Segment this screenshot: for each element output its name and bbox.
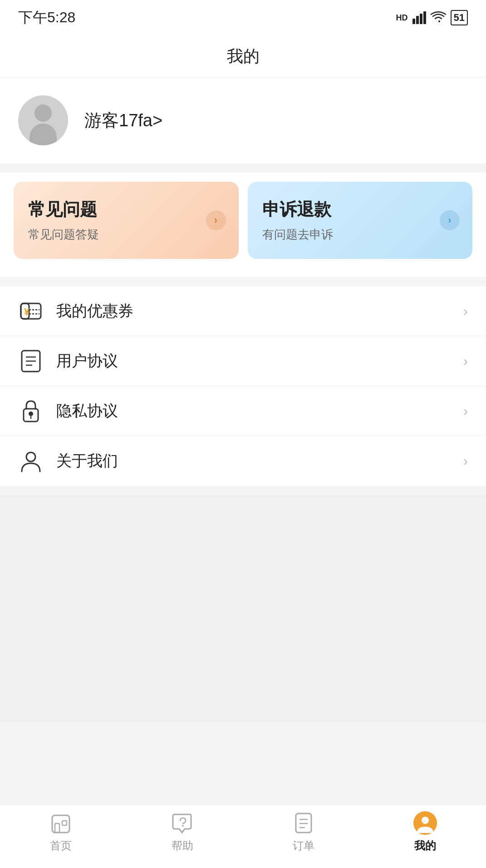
hd-indicator: HD	[396, 13, 408, 23]
wifi-icon	[431, 11, 446, 24]
privacy-icon	[18, 398, 44, 424]
menu-item-about[interactable]: 关于我们 ›	[0, 436, 486, 486]
nav-item-mine[interactable]: 我的	[364, 811, 486, 853]
svg-rect-19	[62, 821, 67, 825]
status-time: 下午5:28	[18, 8, 75, 28]
battery-icon: 51	[451, 10, 468, 25]
coupon-label: 我的优惠券	[56, 301, 463, 322]
profile-section: 游客17fa>	[0, 77, 486, 164]
username[interactable]: 游客17fa>	[84, 109, 162, 132]
faq-card[interactable]: 常见问题 常见问题答疑 ›	[14, 182, 239, 259]
coupon-icon: ¥	[18, 298, 44, 324]
home-nav-label: 首页	[50, 838, 72, 853]
menu-item-agreement[interactable]: 用户协议 ›	[0, 336, 486, 386]
svg-point-16	[26, 452, 35, 461]
orders-nav-label: 订单	[293, 838, 314, 853]
help-nav-icon	[171, 811, 194, 835]
mine-nav-icon	[413, 811, 437, 835]
nav-item-help[interactable]: 帮助	[122, 811, 243, 853]
svg-rect-18	[55, 823, 59, 833]
svg-rect-1	[416, 16, 419, 24]
privacy-chevron: ›	[463, 403, 468, 419]
status-bar: 下午5:28 HD 51	[0, 0, 486, 32]
complaint-card-arrow: ›	[440, 210, 460, 230]
svg-rect-2	[420, 14, 422, 24]
agreement-icon	[18, 348, 44, 374]
svg-text:¥: ¥	[24, 306, 30, 317]
orders-nav-icon	[292, 811, 315, 835]
coupon-chevron: ›	[463, 303, 468, 319]
menu-item-privacy[interactable]: 隐私协议 ›	[0, 386, 486, 436]
about-chevron: ›	[463, 453, 468, 469]
complaint-card-title: 申诉退款	[262, 198, 458, 221]
complaint-card[interactable]: 申诉退款 有问题去申诉 ›	[248, 182, 473, 259]
home-nav-icon	[49, 811, 73, 835]
page-title: 我的	[227, 47, 260, 65]
about-label: 关于我们	[56, 451, 463, 471]
faq-card-arrow: ›	[206, 210, 226, 230]
svg-rect-3	[423, 11, 426, 24]
help-nav-label: 帮助	[172, 838, 193, 853]
bottom-nav: 首页 帮助 订单	[0, 804, 486, 868]
battery-level: 51	[454, 12, 465, 23]
menu-section: ¥ 我的优惠券 › 用户协议 ›	[0, 286, 486, 486]
gray-area	[0, 495, 486, 722]
about-icon	[18, 448, 44, 474]
nav-item-orders[interactable]: 订单	[243, 811, 365, 853]
privacy-label: 隐私协议	[56, 401, 463, 422]
faq-card-title: 常见问题	[28, 198, 224, 221]
mine-nav-label: 我的	[414, 838, 436, 853]
nav-item-home[interactable]: 首页	[0, 811, 122, 853]
menu-item-coupon[interactable]: ¥ 我的优惠券 ›	[0, 286, 486, 336]
agreement-label: 用户协议	[56, 351, 463, 372]
signal-icon	[412, 11, 426, 24]
agreement-chevron: ›	[463, 353, 468, 369]
svg-point-20	[182, 825, 184, 827]
status-icons: HD 51	[396, 10, 468, 25]
svg-rect-0	[412, 19, 415, 24]
faq-card-subtitle: 常见问题答疑	[28, 227, 224, 243]
page-title-bar: 我的	[0, 32, 486, 77]
avatar	[18, 95, 68, 145]
svg-point-14	[29, 412, 33, 416]
complaint-card-subtitle: 有问题去申诉	[262, 227, 458, 243]
cards-section: 常见问题 常见问题答疑 › 申诉退款 有问题去申诉 ›	[0, 173, 486, 277]
